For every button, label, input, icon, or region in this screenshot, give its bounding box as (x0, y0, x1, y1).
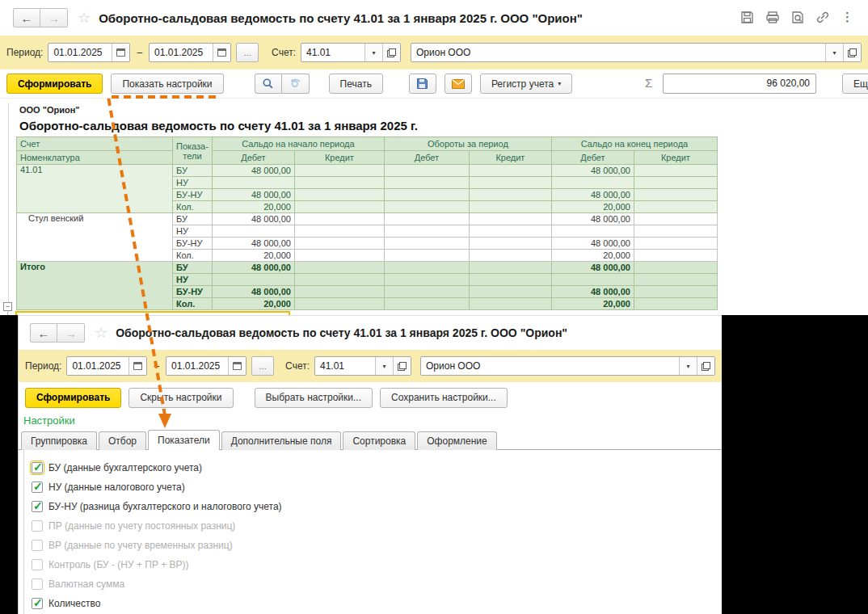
report-value-cell[interactable] (212, 225, 294, 238)
report-value-cell[interactable] (384, 165, 469, 177)
report-value-cell[interactable] (634, 213, 717, 225)
col-group-end-balance[interactable]: Сальдо на конец периода (551, 137, 717, 151)
report-value-cell[interactable]: 20,000 (551, 250, 634, 262)
report-value-cell[interactable]: 48 000,00 (212, 286, 294, 298)
report-value-cell[interactable] (551, 274, 634, 286)
report-value-cell[interactable]: 48 000,00 (551, 286, 634, 298)
forward-button[interactable]: → (57, 323, 85, 343)
col-header-indicators[interactable]: Показа- тели (173, 137, 213, 165)
favorite-star-icon[interactable]: ☆ (95, 324, 107, 342)
chevron-down-icon[interactable]: ▾ (679, 357, 697, 375)
tab-показатели[interactable]: Показатели (148, 430, 220, 450)
report-value-cell[interactable]: 48 000,00 (551, 262, 634, 274)
col-header-debit[interactable]: Дебет (551, 151, 634, 165)
col-header-debit[interactable]: Дебет (384, 151, 469, 165)
report-value-cell[interactable] (634, 189, 717, 201)
date-from-field[interactable]: 01.01.2025 (66, 356, 147, 376)
report-value-cell[interactable] (469, 165, 551, 177)
report-value-cell[interactable] (469, 286, 551, 298)
checkbox[interactable]: ✓ (32, 598, 43, 609)
open-icon[interactable] (393, 357, 411, 375)
register-button[interactable]: Регистр учета▾ (480, 74, 572, 94)
report-value-cell[interactable] (294, 165, 384, 177)
report-value-cell[interactable] (634, 262, 717, 274)
tab-оформление[interactable]: Оформление (417, 431, 496, 450)
report-value-cell[interactable] (294, 225, 384, 238)
search-next-icon[interactable] (282, 74, 310, 94)
open-icon[interactable] (382, 44, 400, 61)
report-value-cell[interactable] (212, 177, 294, 189)
tab-сортировка[interactable]: Сортировка (343, 431, 415, 450)
report-value-cell[interactable] (294, 213, 384, 225)
tab-группировка[interactable]: Группировка (21, 431, 97, 450)
report-value-cell[interactable] (384, 250, 469, 262)
back-button[interactable]: ← (30, 323, 57, 343)
organization-field[interactable]: Орион ООО ▾ (420, 356, 715, 376)
report-value-cell[interactable] (384, 298, 469, 310)
report-value-cell[interactable] (384, 201, 469, 213)
generate-button[interactable]: Сформировать (25, 388, 121, 408)
report-value-cell[interactable] (634, 225, 717, 238)
report-value-cell[interactable] (294, 189, 384, 201)
chevron-down-icon[interactable]: ▾ (375, 357, 393, 375)
show-settings-button[interactable]: Показать настройки (111, 74, 223, 94)
indicator-label-cell[interactable]: НУ (173, 274, 213, 286)
report-value-cell[interactable] (634, 177, 717, 189)
report-value-cell[interactable] (634, 238, 717, 250)
calendar-icon[interactable] (112, 44, 129, 61)
col-header-credit[interactable]: Кредит (634, 151, 717, 165)
checkbox[interactable] (32, 520, 43, 532)
report-value-cell[interactable] (634, 286, 717, 298)
report-value-cell[interactable]: 48 000,00 (551, 238, 634, 250)
report-value-cell[interactable] (384, 177, 469, 189)
save-icon[interactable] (740, 11, 754, 24)
print-icon[interactable] (765, 11, 780, 24)
indicator-label-cell[interactable]: НУ (173, 177, 213, 189)
report-value-cell[interactable]: 20,000 (551, 201, 634, 213)
report-value-cell[interactable] (294, 238, 384, 250)
col-group-turnover[interactable]: Обороты за период (384, 137, 551, 151)
report-value-cell[interactable] (294, 177, 384, 189)
autosum-field[interactable]: 96 020,00 (663, 74, 816, 94)
checkbox[interactable]: ✓ (32, 501, 43, 512)
checkbox[interactable] (32, 559, 43, 570)
calendar-icon[interactable] (129, 357, 146, 375)
report-value-cell[interactable] (634, 298, 717, 310)
generate-button[interactable]: Сформировать (6, 74, 103, 94)
checkbox[interactable] (32, 540, 43, 551)
indicator-label-cell[interactable]: БУ (173, 213, 213, 225)
report-value-cell[interactable] (469, 250, 551, 262)
report-value-cell[interactable] (384, 274, 469, 286)
indicator-label-cell[interactable]: Кол. (173, 201, 213, 213)
period-variant-button[interactable]: ... (251, 356, 274, 376)
collapse-group-icon[interactable]: − (3, 302, 12, 311)
col-header-credit[interactable]: Кредит (469, 151, 551, 165)
report-value-cell[interactable]: 48 000,00 (212, 238, 294, 250)
email-icon[interactable] (445, 74, 472, 94)
col-header-debit[interactable]: Дебет (212, 151, 294, 165)
back-button[interactable]: ← (13, 8, 40, 27)
report-value-cell[interactable] (384, 189, 469, 201)
indicator-label-cell[interactable]: БУ-НУ (173, 238, 213, 250)
organization-field[interactable]: Орион ООО ▾ (411, 43, 862, 62)
report-value-cell[interactable] (294, 250, 384, 262)
calendar-icon[interactable] (213, 44, 230, 61)
report-value-cell[interactable]: 48 000,00 (212, 213, 294, 225)
report-value-cell[interactable]: 20,000 (551, 298, 634, 310)
report-value-cell[interactable]: 48 000,00 (212, 262, 294, 274)
report-row-name[interactable]: 41.01 (17, 165, 173, 213)
report-value-cell[interactable] (384, 238, 469, 250)
forward-button[interactable]: → (40, 8, 68, 27)
chevron-down-icon[interactable]: ▾ (364, 44, 382, 61)
report-value-cell[interactable] (469, 225, 551, 238)
col-header-account[interactable]: Счет (17, 137, 173, 151)
indicator-label-cell[interactable]: БУ (173, 165, 213, 177)
report-value-cell[interactable] (469, 177, 551, 189)
report-value-cell[interactable] (551, 177, 634, 189)
preview-icon[interactable] (791, 11, 804, 24)
report-row-name[interactable]: Итого (17, 262, 173, 310)
report-value-cell[interactable] (294, 286, 384, 298)
report-value-cell[interactable] (634, 201, 717, 213)
report-value-cell[interactable] (212, 274, 294, 286)
report-value-cell[interactable] (384, 225, 469, 238)
